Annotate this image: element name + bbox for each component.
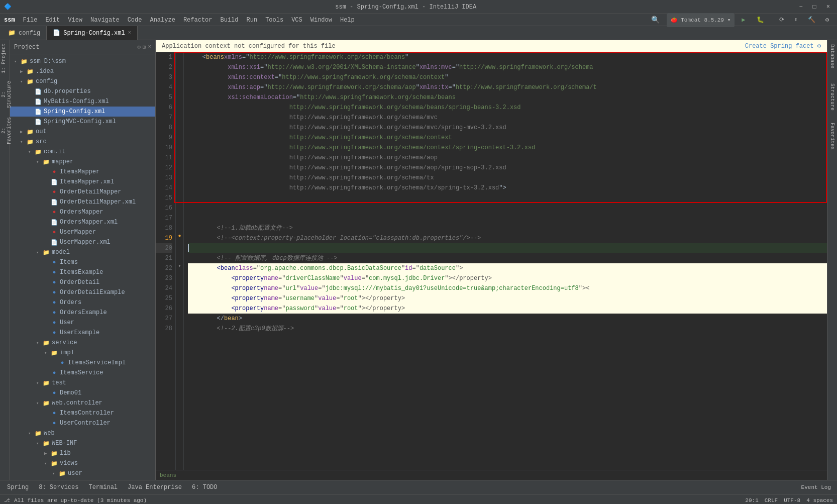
tree-label: MyBatis-Config.xml [44,98,109,105]
terminal-tab[interactable]: Terminal [83,480,123,494]
menu-item-view[interactable]: View [64,14,86,26]
tree-item-orders[interactable]: ● Orders [10,297,155,308]
tree-item-out[interactable]: ▶ 📁 out [10,127,155,137]
tree-item-webinf[interactable]: ▾ 📁 WEB-INF [10,438,155,448]
favorites-tool-icon[interactable]: 2: Favorites [1,116,9,146]
maximize-button[interactable]: □ [810,3,819,12]
structure-right-tab[interactable]: Structure [828,81,836,117]
menu-item-build[interactable]: Build [217,14,243,26]
tree-item-items-controller[interactable]: ● ItemsController [10,408,155,418]
main-layout: 1: Project 2: Structure 2: Favorites Pro… [0,40,837,480]
tree-item-items[interactable]: ● Items [10,257,155,267]
menu-item-tools[interactable]: Tools [261,14,287,26]
menu-item-analyze[interactable]: Analyze [146,14,179,26]
tree-item-orders-mapper-xml[interactable]: 📄 OrdersMapper.xml [10,217,155,227]
code-editor[interactable]: 1 2 3 4 5 6 7 8 9 10 11 12 13 14 15 16 1… [156,52,827,470]
tree-item-web-controller[interactable]: ▾ 📁 web.controller [10,398,155,408]
tree-item-user-example[interactable]: ● UserExample [10,328,155,338]
tree-item-model[interactable]: ▾ 📁 model [10,247,155,257]
tree-item-items-mapper[interactable]: ● ItemsMapper [10,167,155,177]
tree-item-service[interactable]: ▾ 📁 service [10,338,155,348]
tree-item-user-mapper[interactable]: ● UserMapper [10,227,155,237]
tree-item-mybatis-config[interactable]: 📄 MyBatis-Config.xml [10,96,155,107]
tree-item-orders-mapper[interactable]: ● OrdersMapper [10,207,155,217]
todo-tab[interactable]: 6: TODO [187,480,222,494]
tree-item-lib[interactable]: ▶ 📁 lib [10,448,155,458]
tree-item-test[interactable]: ▾ 📁 test [10,378,155,388]
tree-item-config[interactable]: ▾ 📁 config [10,76,155,86]
run-button[interactable]: ▶ [738,14,749,26]
project-tool-icon[interactable]: 1: Project [1,43,9,73]
menu-item-navigate[interactable]: Navigate [86,14,124,26]
tree-item-user[interactable]: ● User [10,318,155,328]
tree-item-user-controller[interactable]: ● UserController [10,418,155,428]
search-everywhere-icon[interactable]: 🔍 [647,14,664,26]
xml-file-icon: 📄 [50,179,58,185]
favorites-right-tab[interactable]: Favorites [828,121,836,156]
project-settings-icon[interactable]: ⚙ [137,44,141,50]
tree-item-orderdetail-mapper[interactable]: ● OrderDetailMapper [10,187,155,197]
tree-label: test [52,379,66,386]
tree-item-user-mapper-xml[interactable]: 📄 UserMapper.xml [10,237,155,247]
services-tab[interactable]: 8: Services [34,480,83,494]
tree-item-orders-example[interactable]: ● OrdersExample [10,308,155,318]
tree-item-order-detail-example[interactable]: ● OrderDetailExample [10,287,155,297]
spring-tab[interactable]: Spring [2,480,34,494]
tree-item-user-folder[interactable]: ▾ 📁 user [10,468,155,478]
git-branch-icon: ⎇ [4,497,10,503]
tree-item-com-it[interactable]: ▾ 📁 com.it [10,147,155,157]
breadcrumb-bar: beans [156,470,827,480]
tree-item-impl[interactable]: ▾ 📁 impl [10,348,155,358]
tree-item-mapper[interactable]: ▾ 📁 mapper [10,157,155,167]
tree-item-items-service-impl[interactable]: ● ItemsServiceImpl [10,358,155,368]
tree-item-items-example[interactable]: ● ItemsExample [10,267,155,277]
event-log-link[interactable]: Event Log [797,484,835,490]
project-hide-icon[interactable]: × [148,44,151,50]
code-line-6: http://www.springframework.org/schema/be… [188,103,827,113]
menu-item-help[interactable]: Help [336,14,359,26]
tree-item-springmvc-config[interactable]: 📄 SpringMVC-Config.xml [10,117,155,127]
tab-spring-config[interactable]: 📄 Spring-Config.xml × [47,26,137,40]
tree-item-idea[interactable]: ▶ 📁 .idea [10,66,155,76]
tree-item-views[interactable]: ▾ 📁 views [10,458,155,468]
menu-item-file[interactable]: File [19,14,42,26]
tree-item-order-detail[interactable]: ● OrderDetail [10,277,155,287]
tree-item-demo01[interactable]: ● Demo01 [10,388,155,398]
tree-item-src[interactable]: ▾ 📁 src [10,137,155,147]
tree-label: model [52,249,70,256]
run-config-selector[interactable]: 🍅 Tomcat 8.5.29 ▾ [667,13,735,27]
tree-item-items-mapper-xml[interactable]: 📄 ItemsMapper.xml [10,177,155,187]
close-tab-icon[interactable]: × [128,30,131,36]
tree-item-spring-config[interactable]: 📄 Spring-Config.xml [10,107,155,117]
code-content[interactable]: <beans xmlns="http://www.springframework… [184,52,827,470]
tree-label: src [36,138,47,145]
menu-item-code[interactable]: Code [124,14,146,26]
java-enterprise-tab[interactable]: Java Enterprise [123,480,187,494]
tree-item-ssm[interactable]: ▾ 📁 ssm D:\ssm [10,56,155,66]
structure-tool-icon[interactable]: 2: Structure [1,79,9,110]
minimize-button[interactable]: − [796,3,805,12]
menu-item-ssm[interactable]: ssm [0,14,19,26]
window-controls[interactable]: − □ × [796,3,833,12]
database-tab[interactable]: Database [828,42,836,77]
menu-item-refactor[interactable]: Refactor [179,14,217,26]
cursor-position[interactable]: 20:1 [745,497,758,503]
tree-item-web[interactable]: ▾ 📁 web [10,428,155,438]
close-button[interactable]: × [823,3,833,12]
file-encoding[interactable]: UTF-8 [784,497,800,503]
menu-item-run[interactable]: Run [243,14,262,26]
tree-item-items-service[interactable]: ● ItemsService [10,368,155,378]
create-spring-facet-link[interactable]: Create Spring facet ⚙ [745,42,821,50]
tab-config[interactable]: 📁 config [2,26,47,40]
project-layout-icon[interactable]: ⊞ [143,44,146,50]
menu-item-window[interactable]: Window [306,14,336,26]
line-ending[interactable]: CRLF [765,497,778,503]
tree-item-orderdetail-mapper-xml[interactable]: 📄 OrderDetailMapper.xml [10,197,155,207]
indent-size[interactable]: 4 spaces [806,497,833,503]
menu-item-vcs[interactable]: VCS [287,14,306,26]
code-line-12: http://www.springframework.org/schema/ao… [188,163,827,173]
tree-item-db-props[interactable]: 📄 db.properties [10,86,155,96]
menu-item-edit[interactable]: Edit [41,14,64,26]
debug-button[interactable]: 🐛 [753,14,768,26]
tree-label: OrderDetail [60,279,99,286]
